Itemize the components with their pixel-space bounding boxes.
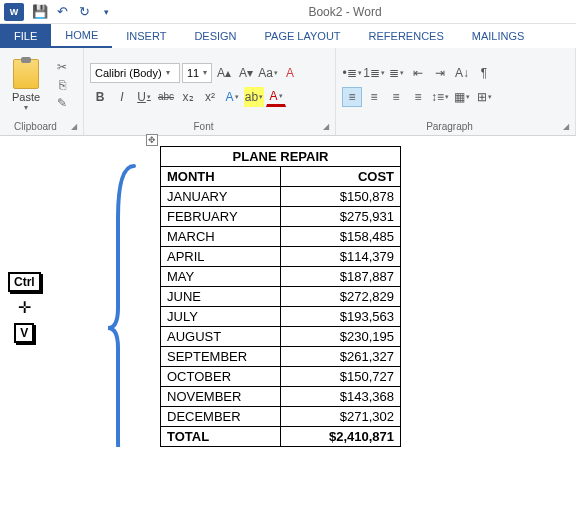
- table-row[interactable]: FEBRUARY$275,931: [161, 207, 401, 227]
- superscript-button[interactable]: x²: [200, 87, 220, 107]
- decrease-indent-icon[interactable]: ⇤: [408, 63, 428, 83]
- month-cell: JULY: [161, 307, 281, 327]
- redo-icon[interactable]: ↻: [76, 4, 92, 20]
- month-cell: DECEMBER: [161, 407, 281, 427]
- text-effects-icon[interactable]: A▾: [222, 87, 242, 107]
- v-key-icon: V: [14, 323, 34, 343]
- align-left-icon[interactable]: ≡: [342, 87, 362, 107]
- col-header-month: MONTH: [161, 167, 281, 187]
- clear-format-icon[interactable]: A: [280, 63, 300, 83]
- cost-cell: $272,829: [281, 287, 401, 307]
- group-label-paragraph: Paragraph: [342, 121, 557, 132]
- dialog-launcher-icon[interactable]: ◢: [323, 122, 329, 131]
- month-cell: AUGUST: [161, 327, 281, 347]
- tab-mailings[interactable]: MAILINGS: [458, 24, 539, 48]
- borders-icon[interactable]: ⊞▾: [474, 87, 494, 107]
- cost-cell: $150,878: [281, 187, 401, 207]
- align-justify-icon[interactable]: ≡: [408, 87, 428, 107]
- table-row[interactable]: JULY$193,563: [161, 307, 401, 327]
- undo-icon[interactable]: ↶: [54, 4, 70, 20]
- shrink-font-icon[interactable]: A▾: [236, 63, 256, 83]
- plus-icon: ✛: [18, 298, 31, 317]
- paste-button[interactable]: Paste ▾: [6, 57, 46, 112]
- table-move-handle-icon[interactable]: ✥: [146, 134, 158, 146]
- word-app-icon: W: [4, 3, 24, 21]
- cost-cell: $275,931: [281, 207, 401, 227]
- font-size-combo[interactable]: 11▾: [182, 63, 212, 83]
- grow-font-icon[interactable]: A▴: [214, 63, 234, 83]
- month-cell: APRIL: [161, 247, 281, 267]
- cost-cell: $271,302: [281, 407, 401, 427]
- month-cell: SEPTEMBER: [161, 347, 281, 367]
- brace-illustration: [104, 158, 144, 447]
- italic-button[interactable]: I: [112, 87, 132, 107]
- table-row[interactable]: OCTOBER$150,727: [161, 367, 401, 387]
- paste-label: Paste: [12, 91, 40, 103]
- shading-icon[interactable]: ▦▾: [452, 87, 472, 107]
- align-right-icon[interactable]: ≡: [386, 87, 406, 107]
- font-name-combo[interactable]: Calibri (Body)▾: [90, 63, 180, 83]
- month-cell: JUNE: [161, 287, 281, 307]
- dialog-launcher-icon[interactable]: ◢: [563, 122, 569, 131]
- tab-references[interactable]: REFERENCES: [355, 24, 458, 48]
- month-cell: JANUARY: [161, 187, 281, 207]
- line-spacing-icon[interactable]: ↕≡▾: [430, 87, 450, 107]
- multilevel-icon[interactable]: ≣▾: [386, 63, 406, 83]
- strike-button[interactable]: abc: [156, 87, 176, 107]
- bullets-icon[interactable]: •≣▾: [342, 63, 362, 83]
- cost-cell: $143,368: [281, 387, 401, 407]
- table-row[interactable]: JANUARY$150,878: [161, 187, 401, 207]
- table-row[interactable]: NOVEMBER$143,368: [161, 387, 401, 407]
- table-row[interactable]: DECEMBER$271,302: [161, 407, 401, 427]
- underline-button[interactable]: U▾: [134, 87, 154, 107]
- increase-indent-icon[interactable]: ⇥: [430, 63, 450, 83]
- ribbon: Paste ▾ ✂ ⎘ ✎ Clipboard◢ Calibri (Body)▾…: [0, 48, 576, 136]
- numbering-icon[interactable]: 1≣▾: [364, 63, 384, 83]
- cost-cell: $114,379: [281, 247, 401, 267]
- bold-button[interactable]: B: [90, 87, 110, 107]
- subscript-button[interactable]: x₂: [178, 87, 198, 107]
- change-case-icon[interactable]: Aa▾: [258, 63, 278, 83]
- align-center-icon[interactable]: ≡: [364, 87, 384, 107]
- tab-home[interactable]: HOME: [51, 24, 112, 48]
- table-row[interactable]: SEPTEMBER$261,327: [161, 347, 401, 367]
- tab-insert[interactable]: INSERT: [112, 24, 180, 48]
- table-row[interactable]: MARCH$158,485: [161, 227, 401, 247]
- document-title: Book2 - Word: [114, 5, 576, 19]
- total-label: TOTAL: [161, 427, 281, 447]
- pilcrow-icon[interactable]: ¶: [474, 63, 494, 83]
- group-clipboard: Paste ▾ ✂ ⎘ ✎ Clipboard◢: [0, 48, 84, 135]
- month-cell: NOVEMBER: [161, 387, 281, 407]
- month-cell: MAY: [161, 267, 281, 287]
- repair-table[interactable]: PLANE REPAIR MONTH COST JANUARY$150,878F…: [160, 146, 401, 447]
- group-label-clipboard: Clipboard: [6, 121, 65, 132]
- table-row[interactable]: MAY$187,887: [161, 267, 401, 287]
- ribbon-tabs: FILE HOME INSERT DESIGN PAGE LAYOUT REFE…: [0, 24, 576, 48]
- cost-cell: $150,727: [281, 367, 401, 387]
- tab-file[interactable]: FILE: [0, 24, 51, 48]
- tab-page-layout[interactable]: PAGE LAYOUT: [251, 24, 355, 48]
- cut-icon[interactable]: ✂: [54, 60, 70, 74]
- save-icon[interactable]: 💾: [32, 4, 48, 20]
- sort-icon[interactable]: A↓: [452, 63, 472, 83]
- font-color-icon[interactable]: A▾: [266, 87, 286, 107]
- cost-cell: $193,563: [281, 307, 401, 327]
- shortcut-illustration: Ctrl ✛ V: [8, 272, 41, 343]
- group-paragraph: •≣▾ 1≣▾ ≣▾ ⇤ ⇥ A↓ ¶ ≡ ≡ ≡ ≡ ↕≡▾ ▦▾ ⊞▾: [336, 48, 576, 135]
- copy-icon[interactable]: ⎘: [54, 78, 70, 92]
- document-area[interactable]: ✥ PLANE REPAIR MONTH COST JANUARY$150,87…: [0, 136, 576, 447]
- paste-icon: [13, 59, 39, 89]
- col-header-cost: COST: [281, 167, 401, 187]
- tab-design[interactable]: DESIGN: [180, 24, 250, 48]
- table-row[interactable]: JUNE$272,829: [161, 287, 401, 307]
- table-row[interactable]: AUGUST$230,195: [161, 327, 401, 347]
- highlight-icon[interactable]: ab▾: [244, 87, 264, 107]
- month-cell: OCTOBER: [161, 367, 281, 387]
- table-row[interactable]: APRIL$114,379: [161, 247, 401, 267]
- format-painter-icon[interactable]: ✎: [54, 96, 70, 110]
- dialog-launcher-icon[interactable]: ◢: [71, 122, 77, 131]
- month-cell: MARCH: [161, 227, 281, 247]
- qat-more-icon[interactable]: ▾: [98, 4, 114, 20]
- cost-cell: $187,887: [281, 267, 401, 287]
- cost-cell: $230,195: [281, 327, 401, 347]
